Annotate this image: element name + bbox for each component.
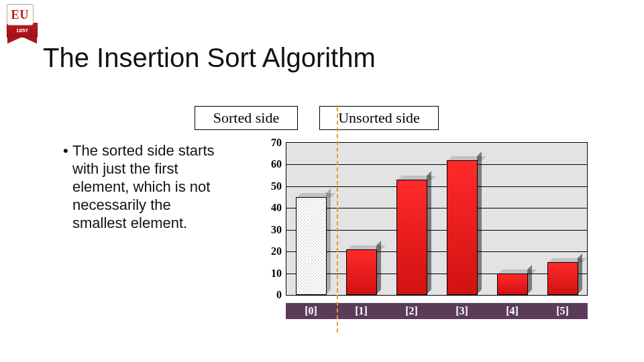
- bullet-text: The sorted side starts with just the fir…: [72, 142, 215, 231]
- xcat-3: [3]: [437, 303, 487, 319]
- bullet-text-block: • The sorted side starts with just the f…: [72, 141, 227, 232]
- legend-sorted: Sorted side: [195, 106, 298, 130]
- eu-logo-shield: EU: [7, 4, 34, 25]
- ytick-50: 50: [241, 180, 282, 192]
- sorted-unsorted-divider: [337, 107, 338, 333]
- ytick-10: 10: [241, 267, 282, 280]
- eu-logo: EU 1857: [7, 4, 36, 38]
- bar-4: [497, 274, 528, 295]
- xcat-0: [0]: [286, 303, 336, 319]
- bars-layer: [286, 142, 588, 296]
- xcat-5: [5]: [537, 303, 588, 319]
- bar-5: [547, 262, 578, 295]
- ytick-0: 0: [241, 289, 282, 301]
- eu-logo-text: EU: [11, 8, 29, 22]
- bar-1: [346, 249, 377, 295]
- bar-0: [296, 197, 327, 295]
- ytick-20: 20: [241, 245, 282, 257]
- xcat-1: [1]: [336, 303, 386, 319]
- eu-logo-year: 1857: [16, 27, 28, 34]
- bar-3: [447, 160, 478, 295]
- ytick-30: 30: [241, 224, 282, 236]
- chart: 70 60 50 40 30 20 10 0 [0] [1] [2] [3] […: [241, 142, 604, 330]
- bullet-dot: •: [63, 141, 68, 160]
- xaxis: [0] [1] [2] [3] [4] [5]: [286, 303, 588, 319]
- bar-2: [396, 180, 427, 295]
- ytick-60: 60: [241, 158, 282, 170]
- slide-title: The Insertion Sort Algorithm: [43, 43, 376, 73]
- ytick-70: 70: [241, 137, 282, 149]
- xcat-4: [4]: [487, 303, 537, 319]
- ytick-40: 40: [241, 202, 282, 214]
- xcat-2: [2]: [386, 303, 437, 319]
